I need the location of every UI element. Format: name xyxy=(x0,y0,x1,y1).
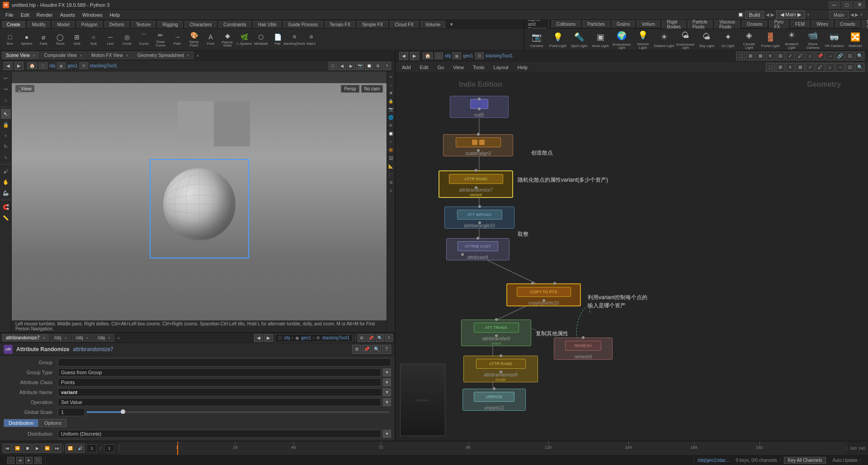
tl-step-fwd[interactable]: ⏩ xyxy=(42,444,52,453)
attrib-globalscale-slider[interactable] xyxy=(87,411,389,413)
bottom-tool-3[interactable]: 🔍 xyxy=(376,334,384,342)
node-attribwrangle10[interactable]: ATT WRANG attribwrangle10 xyxy=(444,207,514,229)
tab-oceans[interactable]: Oceans xyxy=(742,20,767,28)
tl-audio[interactable]: 🔊 xyxy=(75,444,85,453)
bottom-tab-obj1[interactable]: /obj × xyxy=(50,334,71,342)
node-attribcast4[interactable]: ATTRIB CAST attribcast4 xyxy=(446,238,509,260)
tab-terrainfx[interactable]: Terrain FX xyxy=(325,21,355,28)
menu-windows[interactable]: Windows xyxy=(79,11,106,19)
ng-rt-search[interactable]: 🔍 xyxy=(855,63,864,72)
tool-curve[interactable]: ⌒ Curve xyxy=(136,30,152,48)
tab-texture[interactable]: Texture xyxy=(131,21,156,28)
light-portal[interactable]: 🚪 Portal Light xyxy=(760,29,781,50)
bottom-tool-2[interactable]: 📌 xyxy=(367,334,375,342)
lt-btn-lock[interactable]: 🔒 xyxy=(1,120,11,130)
node-attribrandomize7[interactable]: ATTR RAND attribrandomize7 variant xyxy=(439,170,513,198)
slider-thumb[interactable] xyxy=(121,409,125,414)
lt-btn-pose[interactable]: 🦾 xyxy=(1,188,11,198)
tab-create[interactable]: Create xyxy=(2,21,25,28)
tool-drawcurve[interactable]: ✏ Draw Curve xyxy=(152,30,169,48)
lt-btn-handle[interactable]: ✋ xyxy=(1,177,11,187)
light-volume[interactable]: 💡 Volume Light xyxy=(632,29,653,50)
rt-btn-3[interactable]: ✱ xyxy=(387,89,395,97)
tl-start-frame[interactable]: 1 xyxy=(104,444,115,452)
status-key-btn[interactable]: ⬦ xyxy=(7,457,14,464)
menu-file[interactable]: File xyxy=(2,11,17,19)
tab-viscoufluids[interactable]: Viscous Fluids xyxy=(714,20,740,29)
maximize-button[interactable]: □ xyxy=(841,1,853,9)
rt-btn-11[interactable]: 🖼 xyxy=(387,155,395,162)
scene-tab-motionfxview[interactable]: Motion FX View × xyxy=(87,52,132,59)
tool-platonic[interactable]: ◆ Platonic Solids xyxy=(219,30,236,48)
light-spot[interactable]: 🔦 Spot Light xyxy=(569,29,590,50)
lt-btn-scale[interactable]: ⤡ xyxy=(1,152,11,162)
tab-hairutils[interactable]: Hair Utils xyxy=(253,21,282,28)
attrib-search[interactable]: 🔍 xyxy=(372,345,381,354)
rt-btn-14[interactable]: ⚙ xyxy=(387,179,395,186)
ng-menu-tools[interactable]: Tools xyxy=(470,64,487,71)
rt-btn-4[interactable]: 🔒 xyxy=(387,98,395,105)
ng-rt-3[interactable]: ≡ xyxy=(786,63,795,72)
light-environment2[interactable]: 🌤 Environment Light xyxy=(675,29,696,50)
tab-model[interactable]: Model xyxy=(52,21,74,28)
ng-tool-10[interactable]: → xyxy=(826,52,835,61)
ng-tool-3[interactable]: ⊠ xyxy=(756,52,765,61)
nav-back[interactable]: ◀ xyxy=(4,62,13,70)
lt-btn-paint[interactable]: 🖌 xyxy=(1,166,11,176)
tab-particles[interactable]: Particles xyxy=(582,20,609,28)
ng-menu-go[interactable]: Go xyxy=(435,64,447,71)
lt-btn-rotate[interactable]: ↻ xyxy=(1,141,11,151)
light-vrcamera[interactable]: 🥽 VR Camera xyxy=(824,29,844,50)
scene-tab-geospreadsheet[interactable]: Geometry Spreadsheet × xyxy=(133,52,193,59)
tl-skip-start[interactable]: ⏮ xyxy=(3,444,12,453)
node-remesh6[interactable]: REMESH remesh6 xyxy=(554,338,613,360)
lt-btn-move[interactable]: + xyxy=(1,131,11,141)
ng-rt-1[interactable]: ⬚ xyxy=(766,63,775,72)
ng-rt-9[interactable]: ⊡ xyxy=(845,63,854,72)
node-attribtransfer9[interactable]: ATT TRANS attribtransfer9 orient xyxy=(461,319,531,346)
tl-skip-end[interactable]: ⏭ xyxy=(52,444,61,453)
vp-tool-2[interactable]: ◀ xyxy=(338,62,346,70)
tl-loop[interactable]: 🔁 xyxy=(66,444,75,453)
persp-button[interactable]: Persp xyxy=(341,85,359,93)
ng-rt-2[interactable]: ⊞ xyxy=(776,63,785,72)
ng-tool-4[interactable]: ≡ xyxy=(766,52,775,61)
tool-grid[interactable]: ⊞ Grid xyxy=(69,30,85,48)
light-ambient[interactable]: ☀ Ambient Light xyxy=(781,29,802,50)
ng-tool-11[interactable]: 🔗 xyxy=(835,52,844,61)
ng-tool-5[interactable]: ⊟ xyxy=(776,52,785,61)
timeline-track[interactable]: 1 24 48 72 96 120 144 168 192 xyxy=(119,442,847,455)
node-scatteralign3[interactable]: scatteralign3 xyxy=(443,134,513,156)
light-camera[interactable]: 📷 Camera xyxy=(526,29,547,50)
bottom-tab-attrib[interactable]: attribrandomize7 × xyxy=(2,334,49,342)
tab-rigidbodies[interactable]: Rigid Bodies xyxy=(662,20,686,29)
tab-particlefluids[interactable]: Particle Fluids xyxy=(688,20,712,29)
dist-tab-distribution[interactable]: Distribution xyxy=(4,419,38,427)
status-record[interactable]: ⬛ xyxy=(34,457,42,464)
ng-tool-8[interactable]: ⌂ xyxy=(806,52,815,61)
light-environment[interactable]: 🌍 Environment Light xyxy=(611,29,632,50)
attrib-distribution-dd[interactable]: ▼ xyxy=(383,430,391,438)
light-sky[interactable]: 🌤 Sky Light xyxy=(696,29,717,50)
light-distant[interactable]: ☀ Distant Light xyxy=(654,29,675,50)
dist-tab-options[interactable]: Options xyxy=(39,419,66,427)
nocam-button[interactable]: No cam xyxy=(361,85,383,93)
attrib-value-attribname[interactable]: variant xyxy=(58,388,382,396)
tool-lsystem[interactable]: 🌿 L-System xyxy=(236,30,252,48)
attrib-grouptype-text[interactable]: Guess from Group xyxy=(58,368,381,376)
scene-tab-sceneview[interactable]: Scene View × xyxy=(2,52,39,59)
tl-frame-num[interactable]: 1 xyxy=(86,444,97,452)
attrib-attribclass-text[interactable]: Points xyxy=(58,378,381,386)
rt-btn-6[interactable]: 🌐 xyxy=(387,114,395,121)
bottom-tool-1[interactable]: ⚙ xyxy=(358,334,366,342)
tab-characters[interactable]: Characters xyxy=(184,21,217,28)
status-next-key[interactable]: ▶ xyxy=(25,457,33,464)
tl-play[interactable]: ▶ xyxy=(33,444,42,453)
ng-menu-edit[interactable]: Edit xyxy=(417,64,431,71)
light-stormcamera[interactable]: 📹 Storm Camera xyxy=(802,29,823,50)
tool-circle[interactable]: ◎ Circle xyxy=(119,30,135,48)
close-button[interactable]: ✕ xyxy=(854,1,865,9)
node-null5[interactable]: null5 xyxy=(450,96,509,118)
rt-btn-8[interactable]: 🔲 xyxy=(387,130,395,137)
bottom-tab-obj2[interactable]: /obj × xyxy=(72,334,93,342)
